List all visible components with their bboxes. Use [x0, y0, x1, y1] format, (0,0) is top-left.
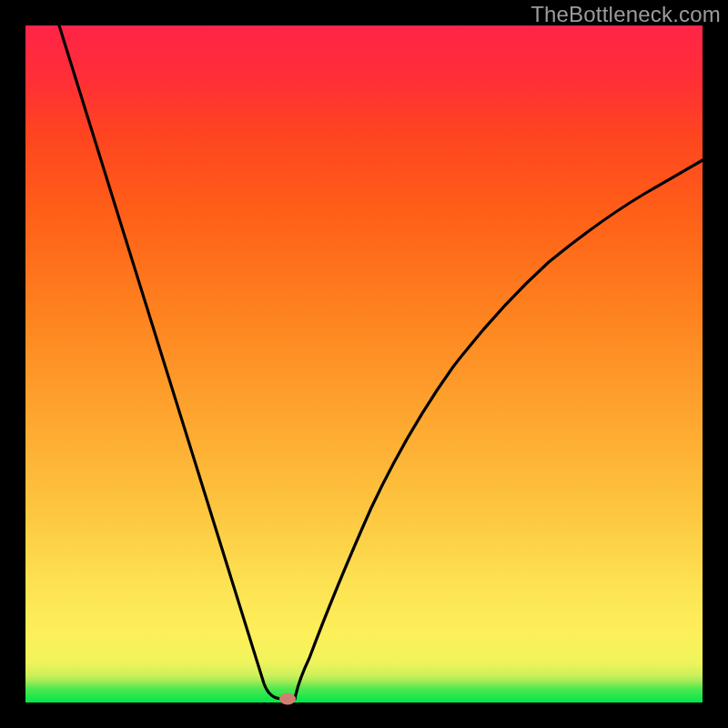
plot-area: [25, 25, 703, 703]
bottleneck-curve: [25, 25, 703, 703]
chart-frame: TheBottleneck.com: [0, 0, 728, 728]
optimum-marker: [279, 693, 296, 705]
watermark-text: TheBottleneck.com: [531, 2, 721, 27]
